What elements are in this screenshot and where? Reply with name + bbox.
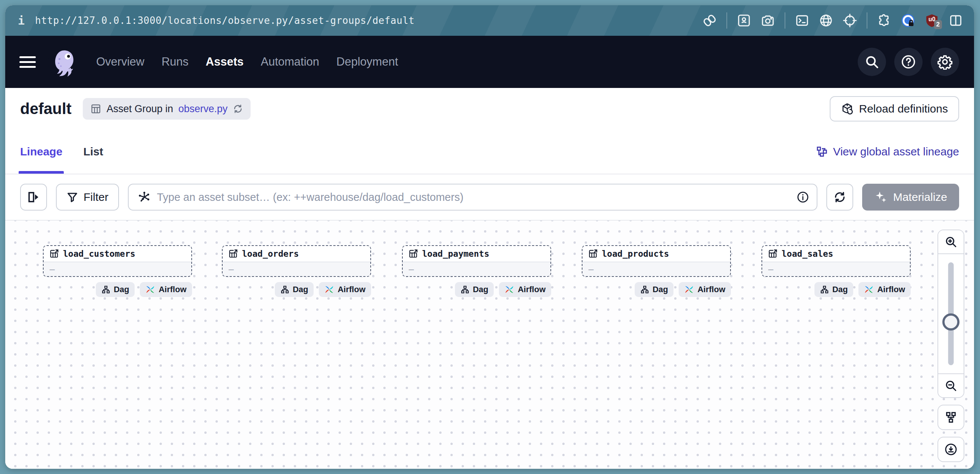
sparkles-icon <box>874 190 888 204</box>
code-location-link[interactable]: observe.py <box>178 103 228 115</box>
tag-dag[interactable]: Dag <box>275 282 314 297</box>
ublock-icon[interactable]: u0 2 <box>925 13 939 28</box>
zoom-out-icon <box>945 379 957 392</box>
browser-url-bar: i http://127.0.0.1:3000/locations/observ… <box>5 5 974 36</box>
lineage-toolbar: Filter <box>5 174 974 220</box>
tag-label: Dag <box>293 285 309 294</box>
tag-airflow[interactable]: Airflow <box>679 282 731 297</box>
page-info-icon[interactable]: i <box>18 14 25 27</box>
tag-dag[interactable]: Dag <box>455 282 494 297</box>
help-button[interactable] <box>894 48 923 76</box>
settings-button[interactable] <box>931 48 959 76</box>
asset-node-load-payments[interactable]: load_payments – <box>402 245 551 277</box>
zoom-out-button[interactable] <box>938 373 964 397</box>
reload-definitions-button[interactable]: Reload definitions <box>830 96 959 122</box>
image-icon[interactable] <box>737 13 751 28</box>
asset-node-load-customers[interactable]: load_customers – <box>43 245 192 277</box>
materialize-label: Materialize <box>893 191 947 203</box>
airflow-icon <box>684 285 694 294</box>
airflow-icon <box>864 285 874 294</box>
refresh-icon <box>833 190 846 204</box>
dagster-logo[interactable] <box>46 45 81 79</box>
tag-label: Dag <box>473 285 488 294</box>
tag-label: Airflow <box>337 285 366 294</box>
globe-icon[interactable] <box>819 13 833 28</box>
zoom-in-button[interactable] <box>938 230 964 254</box>
terminal-icon[interactable] <box>795 13 809 28</box>
asset-subset-field <box>128 184 818 211</box>
airflow-icon <box>504 285 514 294</box>
download-image-button[interactable] <box>937 437 964 462</box>
asset-status: – <box>409 265 414 274</box>
view-global-asset-lineage-link[interactable]: View global asset lineage <box>816 145 959 158</box>
tag-dag[interactable]: Dag <box>96 282 135 297</box>
filter-button[interactable]: Filter <box>56 184 119 211</box>
download-icon <box>944 443 958 456</box>
expand-panel-button[interactable] <box>20 184 47 211</box>
tab-list[interactable]: List <box>83 130 103 174</box>
help-icon <box>900 54 916 70</box>
asset-subset-input[interactable] <box>157 191 808 203</box>
dag-icon <box>640 285 649 294</box>
link-icon[interactable] <box>703 13 717 28</box>
refresh-graph-button[interactable] <box>826 184 853 211</box>
browser-window: i http://127.0.0.1:3000/locations/observ… <box>5 5 974 469</box>
nav-item-runs[interactable]: Runs <box>161 55 188 68</box>
materialize-button[interactable]: Materialize <box>862 184 959 211</box>
external-asset-icon <box>768 249 778 258</box>
asset-tags: Dag Airflow <box>43 282 192 297</box>
tag-label: Airflow <box>877 285 905 294</box>
asset-name: load_payments <box>422 249 489 258</box>
asset-name: load_orders <box>242 249 299 258</box>
zoom-slider-handle[interactable] <box>942 313 959 331</box>
menu-icon[interactable] <box>19 54 36 70</box>
external-asset-icon <box>49 249 59 258</box>
tag-label: Dag <box>114 285 129 294</box>
ublock-badge: 2 <box>934 20 942 29</box>
tag-airflow[interactable]: Airflow <box>140 282 192 297</box>
external-asset-icon <box>408 249 418 258</box>
tag-airflow[interactable]: Airflow <box>858 282 911 297</box>
lineage-canvas[interactable]: load_customers – Dag Airflow <box>5 220 974 469</box>
zoom-slider[interactable] <box>938 254 964 373</box>
onepassword-icon[interactable] <box>901 13 915 28</box>
external-asset-icon <box>588 249 598 258</box>
tabs-row: Lineage List View global asset lineage <box>5 130 974 174</box>
asset-node-load-orders[interactable]: load_orders – <box>222 245 371 277</box>
search-button[interactable] <box>858 48 886 76</box>
page-title: default <box>20 100 72 118</box>
crosshair-icon[interactable] <box>843 13 857 28</box>
tab-lineage[interactable]: Lineage <box>20 130 62 174</box>
tag-airflow[interactable]: Airflow <box>499 282 551 297</box>
view-global-asset-lineage-label: View global asset lineage <box>833 145 959 158</box>
toolbar-separator <box>867 12 867 29</box>
filter-label: Filter <box>84 191 108 203</box>
asset-node-load-products[interactable]: load_products – <box>582 245 731 277</box>
toolbar-separator <box>726 12 727 29</box>
refresh-icon[interactable] <box>233 104 243 114</box>
nav-item-assets[interactable]: Assets <box>206 55 244 68</box>
dag-icon <box>280 285 290 294</box>
airflow-icon <box>145 285 155 294</box>
table-icon <box>90 103 102 114</box>
tag-airflow[interactable]: Airflow <box>319 282 371 297</box>
camera-icon[interactable] <box>761 13 775 28</box>
tag-label: Airflow <box>697 285 725 294</box>
zoom-panel <box>937 230 964 398</box>
info-icon[interactable] <box>797 191 809 203</box>
toolbar-separator <box>784 12 785 29</box>
split-view-icon[interactable] <box>949 13 963 28</box>
reload-definitions-label: Reload definitions <box>859 103 948 115</box>
asset-tags: Dag Airflow <box>582 282 731 297</box>
asset-tags: Dag Airflow <box>222 282 371 297</box>
rearrange-graph-button[interactable] <box>937 405 964 430</box>
nav-item-automation[interactable]: Automation <box>261 55 319 68</box>
nav-item-overview[interactable]: Overview <box>96 55 144 68</box>
nav-item-deployment[interactable]: Deployment <box>336 55 398 68</box>
asset-tags: Dag Airflow <box>762 282 911 297</box>
puzzle-icon[interactable] <box>877 13 891 28</box>
url-field[interactable]: http://127.0.0.1:3000/locations/observe.… <box>35 15 703 26</box>
asset-node-load-sales[interactable]: load_sales – <box>762 245 911 277</box>
tag-dag[interactable]: Dag <box>635 282 674 297</box>
tag-dag[interactable]: Dag <box>815 282 854 297</box>
